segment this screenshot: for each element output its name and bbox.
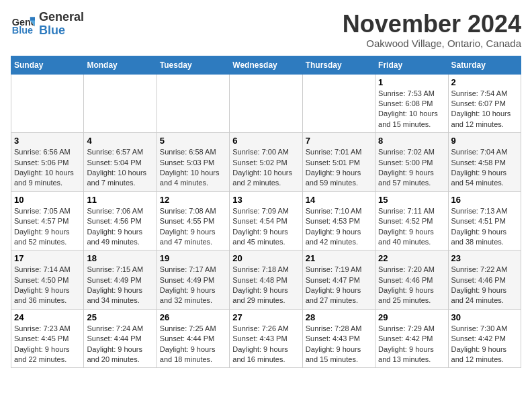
header-cell-saturday: Saturday (448, 56, 521, 74)
day-cell: 27Sunrise: 7:26 AM Sunset: 4:43 PM Dayli… (230, 309, 302, 368)
day-info: Sunrise: 7:22 AM Sunset: 4:46 PM Dayligh… (451, 265, 518, 306)
day-cell (84, 74, 157, 133)
day-cell (157, 74, 229, 133)
header-cell-sunday: Sunday (11, 56, 84, 74)
day-info: Sunrise: 7:54 AM Sunset: 6:07 PM Dayligh… (451, 89, 518, 130)
day-cell (302, 74, 375, 133)
day-info: Sunrise: 7:24 AM Sunset: 4:44 PM Dayligh… (87, 324, 153, 365)
day-cell: 22Sunrise: 7:20 AM Sunset: 4:46 PM Dayli… (375, 250, 448, 310)
day-number: 9 (451, 136, 518, 146)
day-number: 28 (306, 312, 372, 322)
day-cell: 21Sunrise: 7:19 AM Sunset: 4:47 PM Dayli… (302, 250, 375, 310)
day-number: 24 (14, 312, 81, 322)
day-cell: 28Sunrise: 7:28 AM Sunset: 4:43 PM Dayli… (302, 309, 375, 368)
day-cell: 11Sunrise: 7:06 AM Sunset: 4:56 PM Dayli… (84, 191, 157, 250)
day-info: Sunrise: 7:06 AM Sunset: 4:56 PM Dayligh… (87, 206, 153, 248)
header-cell-friday: Friday (375, 56, 448, 74)
day-cell: 13Sunrise: 7:09 AM Sunset: 4:54 PM Dayli… (230, 191, 302, 250)
day-number: 14 (306, 195, 372, 205)
day-cell: 29Sunrise: 7:29 AM Sunset: 4:42 PM Dayli… (375, 309, 448, 368)
month-title: November 2024 (343, 11, 521, 38)
week-row-3: 17Sunrise: 7:14 AM Sunset: 4:50 PM Dayli… (11, 250, 521, 310)
day-number: 13 (232, 195, 299, 205)
day-number: 19 (160, 253, 226, 263)
day-info: Sunrise: 7:09 AM Sunset: 4:54 PM Dayligh… (232, 206, 299, 248)
week-row-1: 3Sunrise: 6:56 AM Sunset: 5:06 PM Daylig… (11, 133, 521, 192)
day-cell: 14Sunrise: 7:10 AM Sunset: 4:53 PM Dayli… (302, 191, 375, 250)
day-info: Sunrise: 7:00 AM Sunset: 5:02 PM Dayligh… (232, 147, 299, 189)
day-info: Sunrise: 7:25 AM Sunset: 4:44 PM Dayligh… (160, 324, 226, 365)
day-number: 8 (378, 136, 445, 146)
day-info: Sunrise: 7:23 AM Sunset: 4:45 PM Dayligh… (14, 324, 81, 365)
day-info: Sunrise: 6:56 AM Sunset: 5:06 PM Dayligh… (14, 147, 81, 189)
day-info: Sunrise: 7:13 AM Sunset: 4:51 PM Dayligh… (451, 206, 518, 248)
day-info: Sunrise: 7:29 AM Sunset: 4:42 PM Dayligh… (378, 324, 445, 365)
day-info: Sunrise: 7:18 AM Sunset: 4:48 PM Dayligh… (232, 265, 299, 306)
day-info: Sunrise: 7:28 AM Sunset: 4:43 PM Dayligh… (306, 324, 372, 365)
svg-text:Blue: Blue (12, 25, 33, 36)
day-number: 23 (451, 253, 518, 263)
day-cell: 30Sunrise: 7:30 AM Sunset: 4:42 PM Dayli… (448, 309, 521, 368)
header-cell-tuesday: Tuesday (157, 56, 229, 74)
header-cell-thursday: Thursday (302, 56, 375, 74)
day-info: Sunrise: 7:53 AM Sunset: 6:08 PM Dayligh… (378, 89, 445, 130)
day-cell: 1Sunrise: 7:53 AM Sunset: 6:08 PM Daylig… (375, 74, 448, 133)
day-cell (230, 74, 302, 133)
logo-text: General Blue (39, 11, 84, 38)
header-cell-monday: Monday (84, 56, 157, 74)
day-info: Sunrise: 7:14 AM Sunset: 4:50 PM Dayligh… (14, 265, 81, 306)
day-info: Sunrise: 7:04 AM Sunset: 4:58 PM Dayligh… (451, 147, 518, 189)
week-row-4: 24Sunrise: 7:23 AM Sunset: 4:45 PM Dayli… (11, 309, 521, 368)
day-info: Sunrise: 7:11 AM Sunset: 4:52 PM Dayligh… (378, 206, 445, 248)
calendar-table: SundayMondayTuesdayWednesdayThursdayFrid… (11, 56, 521, 369)
day-cell: 17Sunrise: 7:14 AM Sunset: 4:50 PM Dayli… (11, 250, 84, 310)
day-cell: 3Sunrise: 6:56 AM Sunset: 5:06 PM Daylig… (11, 133, 84, 192)
day-cell: 6Sunrise: 7:00 AM Sunset: 5:02 PM Daylig… (230, 133, 302, 192)
day-number: 21 (306, 253, 372, 263)
day-cell: 5Sunrise: 6:58 AM Sunset: 5:03 PM Daylig… (157, 133, 229, 192)
day-cell (11, 74, 84, 133)
day-cell: 16Sunrise: 7:13 AM Sunset: 4:51 PM Dayli… (448, 191, 521, 250)
day-info: Sunrise: 7:19 AM Sunset: 4:47 PM Dayligh… (306, 265, 372, 306)
week-row-0: 1Sunrise: 7:53 AM Sunset: 6:08 PM Daylig… (11, 74, 521, 133)
day-number: 29 (378, 312, 445, 322)
day-cell: 18Sunrise: 7:15 AM Sunset: 4:49 PM Dayli… (84, 250, 157, 310)
day-cell: 19Sunrise: 7:17 AM Sunset: 4:49 PM Dayli… (157, 250, 229, 310)
day-number: 17 (14, 253, 81, 263)
day-number: 26 (160, 312, 226, 322)
day-number: 18 (87, 253, 153, 263)
day-info: Sunrise: 7:30 AM Sunset: 4:42 PM Dayligh… (451, 324, 518, 365)
day-number: 4 (87, 136, 153, 146)
day-cell: 7Sunrise: 7:01 AM Sunset: 5:01 PM Daylig… (302, 133, 375, 192)
day-cell: 2Sunrise: 7:54 AM Sunset: 6:07 PM Daylig… (448, 74, 521, 133)
day-cell: 8Sunrise: 7:02 AM Sunset: 5:00 PM Daylig… (375, 133, 448, 192)
day-cell: 23Sunrise: 7:22 AM Sunset: 4:46 PM Dayli… (448, 250, 521, 310)
day-number: 20 (232, 253, 299, 263)
day-number: 7 (306, 136, 372, 146)
day-number: 30 (451, 312, 518, 322)
header-row: SundayMondayTuesdayWednesdayThursdayFrid… (11, 56, 521, 74)
day-number: 25 (87, 312, 153, 322)
header-cell-wednesday: Wednesday (230, 56, 302, 74)
day-cell: 25Sunrise: 7:24 AM Sunset: 4:44 PM Dayli… (84, 309, 157, 368)
day-cell: 15Sunrise: 7:11 AM Sunset: 4:52 PM Dayli… (375, 191, 448, 250)
day-number: 3 (14, 136, 81, 146)
day-number: 12 (160, 195, 226, 205)
day-cell: 9Sunrise: 7:04 AM Sunset: 4:58 PM Daylig… (448, 133, 521, 192)
day-number: 11 (87, 195, 153, 205)
day-number: 6 (232, 136, 299, 146)
day-cell: 12Sunrise: 7:08 AM Sunset: 4:55 PM Dayli… (157, 191, 229, 250)
day-info: Sunrise: 7:05 AM Sunset: 4:57 PM Dayligh… (14, 206, 81, 248)
logo-icon: General Blue (11, 12, 35, 36)
day-cell: 4Sunrise: 6:57 AM Sunset: 5:04 PM Daylig… (84, 133, 157, 192)
week-row-2: 10Sunrise: 7:05 AM Sunset: 4:57 PM Dayli… (11, 191, 521, 250)
day-cell: 20Sunrise: 7:18 AM Sunset: 4:48 PM Dayli… (230, 250, 302, 310)
day-number: 22 (378, 253, 445, 263)
day-info: Sunrise: 7:01 AM Sunset: 5:01 PM Dayligh… (306, 147, 372, 189)
title-block: November 2024 Oakwood Village, Ontario, … (343, 11, 521, 49)
day-info: Sunrise: 7:08 AM Sunset: 4:55 PM Dayligh… (160, 206, 226, 248)
day-info: Sunrise: 7:10 AM Sunset: 4:53 PM Dayligh… (306, 206, 372, 248)
day-number: 1 (378, 77, 445, 87)
day-info: Sunrise: 6:57 AM Sunset: 5:04 PM Dayligh… (87, 147, 153, 189)
day-number: 10 (14, 195, 81, 205)
